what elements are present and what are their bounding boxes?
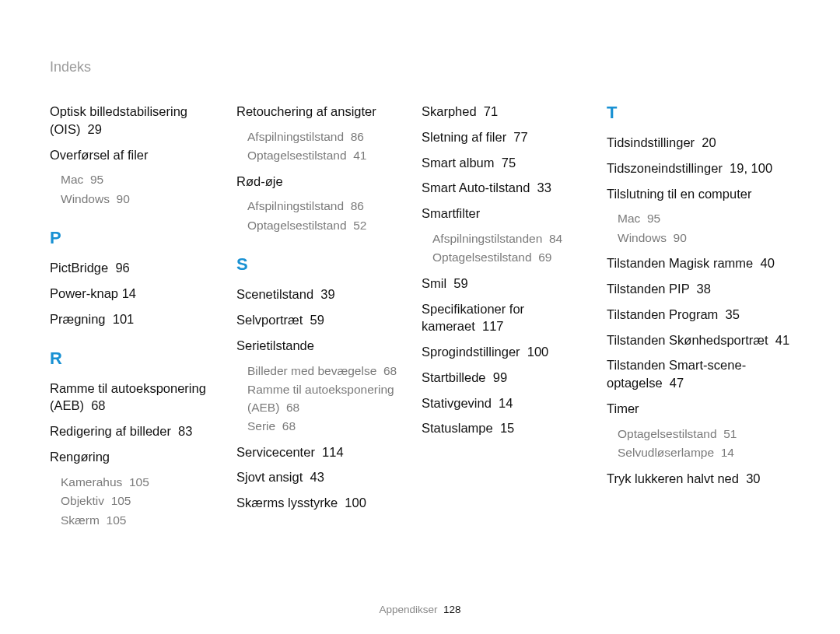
entry-label: Statuslampe [422, 421, 493, 435]
sub-label: Afspilningstilstand [247, 199, 344, 212]
entry-page: 41 [775, 333, 789, 347]
entry-page: 33 [537, 180, 551, 194]
page-footer: Appendikser 128 [0, 604, 840, 615]
entry-label: Optisk billedstabilisering (OIS) [50, 104, 187, 136]
entry-page: 29 [88, 122, 102, 136]
sub-entry: Optagelsestilstand 41 [247, 147, 422, 164]
sub-label: Windows [618, 231, 667, 244]
index-entry: Tilstanden PIP 38 [607, 280, 793, 298]
entry-label: Tilstanden PIP [607, 282, 689, 296]
index-entry: Power-knap 14 [50, 285, 236, 303]
entry-label: Tilstanden Skønhedsportræt [607, 333, 768, 347]
sub-page: 86 [351, 199, 364, 212]
sub-label: Objektiv [61, 494, 104, 507]
index-entry: Optisk billedstabilisering (OIS) 29 [50, 103, 236, 138]
entry-page: 40 [760, 256, 774, 270]
entry-page: 101 [113, 312, 135, 326]
sub-entries: Afspilningstilstand 86 Optagelsestilstan… [236, 128, 422, 165]
entry-label: Tilslutning til en computer [607, 187, 751, 201]
entry-label: Redigering af billeder [50, 424, 171, 438]
entry-page: 20 [702, 135, 716, 149]
entry-label: Skarphed [422, 104, 477, 118]
index-entry: Startbillede 99 [422, 369, 607, 387]
index-entry: Tryk lukkeren halvt ned 30 [607, 470, 793, 488]
entry-page: 99 [493, 370, 507, 384]
index-entry: Tilstanden Program 35 [607, 306, 793, 324]
sub-page: 68 [282, 419, 296, 433]
entry-page: 114 [322, 445, 344, 459]
column-4: T Tidsindstillinger 20 Tidszoneindstilli… [607, 103, 793, 537]
sub-entry: Optagelsestilstand 51 [618, 426, 793, 443]
sub-label: Optagelsestilstand [432, 250, 532, 264]
index-entry: Tilslutning til en computer [607, 185, 793, 203]
entry-page: 100 [345, 496, 366, 510]
sub-label: Mac [61, 173, 83, 186]
section-letter-s: S [236, 254, 422, 275]
sub-label: Serie [247, 419, 275, 433]
sub-page: 69 [538, 250, 551, 264]
index-entry: Sletning af filer 77 [422, 128, 607, 146]
entry-label: Serietilstande [236, 338, 314, 352]
sub-label: Kamerahus [61, 475, 122, 489]
entry-page: 75 [502, 156, 516, 170]
sub-entry: Afspilningstilstanden 84 [432, 230, 607, 247]
sub-entry: Mac 95 [61, 171, 236, 188]
entry-page: 39 [320, 287, 334, 301]
entry-page: 83 [178, 424, 192, 438]
index-entry: Selvportræt 59 [236, 311, 422, 329]
index-entry: Tilstanden Magisk ramme 40 [607, 254, 793, 272]
index-entry: Specifikationer for kameraet 117 [422, 300, 607, 336]
sub-label: Optagelsestilstand [618, 427, 717, 440]
entry-label: Sjovt ansigt [236, 470, 303, 484]
index-entry: Smart album 75 [422, 154, 607, 172]
sub-entries: Optagelsestilstand 51 Selvudløserlampe 1… [607, 426, 793, 462]
sub-page: 90 [674, 231, 687, 244]
index-entry: Servicecenter 114 [236, 443, 422, 461]
entry-page: 100 [527, 345, 549, 359]
sub-label: Afspilningstilstand [247, 130, 344, 143]
page-title: Indeks [50, 59, 91, 75]
entry-label: PictBridge [50, 261, 108, 275]
sub-entries: Mac 95 Windows 90 [50, 171, 236, 208]
entry-label: Ramme til autoeksponering (AEB) [50, 381, 206, 413]
entry-page: 30 [746, 471, 760, 485]
sub-label: Selvudløserlampe [618, 446, 714, 459]
index-entry: Retouchering af ansigter [236, 103, 422, 121]
entry-page: 71 [484, 104, 498, 118]
column-1: Optisk billedstabilisering (OIS) 29 Over… [50, 103, 236, 537]
entry-label: Servicecenter [236, 445, 315, 459]
sub-page: 95 [647, 212, 660, 225]
sub-page: 14 [721, 446, 734, 459]
footer-label: Appendikser [379, 604, 437, 615]
entry-page: 68 [91, 398, 105, 412]
section-letter-t: T [607, 103, 793, 123]
sub-label: Windows [61, 192, 110, 205]
entry-page: 43 [310, 470, 324, 484]
sub-entry: Windows 90 [618, 229, 793, 247]
entry-label: Startbillede [422, 370, 486, 384]
entry-label: Sletning af filer [422, 130, 506, 144]
sub-entry: Mac 95 [618, 210, 793, 227]
index-entry: Scenetilstand 39 [236, 285, 422, 303]
sub-label: Billeder med bevægelse [247, 364, 376, 377]
column-2: Retouchering af ansigter Afspilningstils… [236, 103, 422, 537]
entry-label: Smart Auto-tilstand [422, 180, 530, 194]
sub-page: 105 [111, 494, 131, 507]
sub-page: 51 [723, 427, 737, 440]
sub-label: Optagelsestilstand [247, 219, 347, 232]
sub-entry: Billeder med bevægelse 68 [247, 363, 422, 380]
sub-label: Afspilningstilstanden [432, 232, 542, 245]
sub-label: Mac [618, 212, 640, 225]
sub-entries: Afspilningstilstanden 84 Optagelsestilst… [422, 230, 607, 267]
entry-label: Tryk lukkeren halvt ned [607, 471, 739, 485]
sub-entry: Afspilningstilstand 86 [247, 128, 422, 145]
entry-label: Smartfilter [422, 206, 480, 220]
sub-page: 41 [353, 149, 366, 162]
sub-page: 68 [383, 364, 397, 377]
entry-label: Prægning [50, 312, 106, 326]
entry-label: Sprogindstillinger [422, 345, 520, 359]
entry-page: 117 [482, 319, 504, 333]
column-3: Skarphed 71 Sletning af filer 77 Smart a… [422, 103, 607, 537]
entry-label: Tilstanden Magisk ramme [607, 256, 753, 270]
sub-page: 52 [353, 219, 366, 232]
